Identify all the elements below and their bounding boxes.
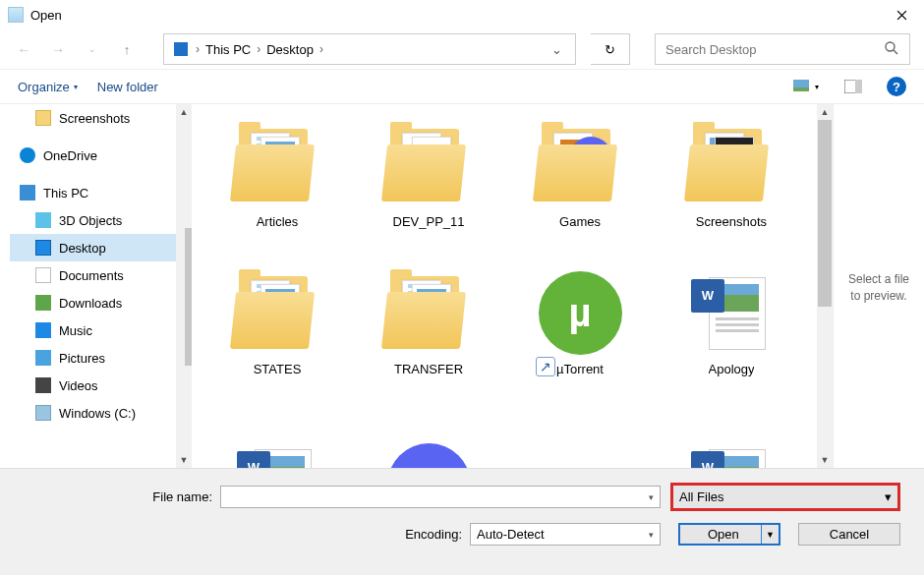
thumbnail-view-icon [793,80,813,93]
file-item[interactable]: Screenshots [658,119,805,266]
refresh-button[interactable]: ↻ [591,33,630,65]
tree-item-label: Videos [59,378,98,393]
file-label: Articles [257,214,299,229]
tree-item-windows-c-[interactable]: Windows (C:) [10,399,192,427]
file-thumbnail [534,119,627,212]
footer: File name: ▾ All Files ▾ Encoding: Auto-… [0,468,924,575]
music-icon [35,322,51,338]
svg-line-1 [894,50,897,54]
search-input[interactable]: Search Desktop [655,33,910,65]
up-arrow-icon: ↑ [124,42,131,57]
file-grid[interactable]: ArticlesDEV_PP_11GamesScreenshotsSTATEST… [192,104,817,468]
folder-icon [35,110,51,126]
recent-dropdown[interactable]: ⌄ [83,39,102,59]
forward-button[interactable]: → [48,39,68,59]
address-history-dropdown[interactable]: ⌄ [544,42,569,57]
file-label: Games [559,214,601,229]
file-scroll-thumb[interactable] [818,120,832,307]
app-icon [8,7,24,23]
close-button[interactable] [880,0,924,29]
shortcut-overlay-icon: ↗ [536,357,555,376]
tree-item-music[interactable]: Music [10,316,192,344]
tree-scroll-thumb[interactable] [185,228,192,366]
tree-scrollbar[interactable]: ▲ ▼ [176,104,192,468]
cancel-button[interactable]: Cancel [798,523,900,546]
help-button[interactable]: ? [887,77,906,96]
tree-item-documents[interactable]: Documents [10,261,192,289]
docs-icon [35,267,51,283]
organize-menu[interactable]: Organize ▾ [18,80,78,94]
preview-pane-button[interactable] [839,75,867,98]
address-bar[interactable]: › This PC › Desktop › ⌄ [163,33,576,65]
preview-pane: Select a file to preview. [833,104,924,468]
cancel-button-label: Cancel [830,527,869,542]
chevron-down-icon: ▾ [74,83,78,91]
file-item[interactable]: DEV_PP_11 [355,119,502,266]
refresh-icon: ↻ [605,42,615,57]
scroll-down-arrow[interactable]: ▼ [817,452,833,468]
file-thumbnail [231,119,324,212]
file-label: DEV_PP_11 [393,214,465,229]
tree-item-videos[interactable]: Videos [10,372,192,399]
tree-item-screenshots[interactable]: Screenshots [10,104,192,132]
file-item[interactable] [355,414,502,468]
window-title: Open [30,8,880,23]
svg-point-0 [886,42,895,51]
breadcrumb-this-pc[interactable]: This PC [203,40,253,59]
scroll-up-arrow[interactable]: ▲ [176,104,192,120]
file-item[interactable]: TRANSFER [355,266,502,414]
file-item[interactable]: STATES [203,266,351,414]
tree-item-downloads[interactable]: Downloads [10,289,192,316]
vid-icon [35,377,51,393]
file-item[interactable]: W [658,414,805,468]
scroll-down-arrow[interactable]: ▼ [176,452,192,468]
file-thumbnail: W [685,414,779,468]
file-item[interactable]: µ↗µTorrent [506,266,654,414]
encoding-value: Auto-Detect [477,527,649,542]
tree-item-3d-objects[interactable]: 3D Objects [10,206,192,234]
view-mode-button[interactable]: ▾ [792,75,820,98]
file-thumbnail [685,119,779,212]
file-area: ArticlesDEV_PP_11GamesScreenshotsSTATEST… [192,104,924,468]
filter-value: All Files [679,489,885,504]
onedrive-icon [20,147,35,163]
pc-icon [174,42,188,56]
tree-item-label: This PC [43,186,88,201]
file-item[interactable]: Articles [203,119,351,266]
dialog-body: ScreenshotsOneDriveThis PC3D ObjectsDesk… [0,104,924,468]
tree-item-label: Desktop [59,241,106,256]
chevron-down-icon: ▾ [649,492,654,502]
file-item[interactable]: W [203,414,351,468]
filetype-filter[interactable]: All Files ▾ [670,483,900,511]
svg-rect-3 [793,87,809,91]
chevron-down-icon: ▾ [815,83,819,91]
back-button[interactable]: ← [14,39,33,59]
file-item[interactable]: WApology [658,266,805,414]
scroll-up-arrow[interactable]: ▲ [817,104,833,120]
file-label: Apology [709,362,755,376]
file-scrollbar[interactable]: ▲ ▼ [817,104,833,468]
breadcrumb-desktop[interactable]: Desktop [264,40,316,59]
new-folder-button[interactable]: New folder [97,80,158,94]
organize-label: Organize [18,80,70,94]
tree-item-pictures[interactable]: Pictures [10,344,192,372]
open-button[interactable]: Open ▼ [678,523,780,546]
tree-item-desktop[interactable]: Desktop [10,234,192,261]
open-button-label: Open [708,527,739,542]
tree-item-label: Windows (C:) [59,406,136,421]
pc-icon [20,185,35,201]
encoding-select[interactable]: Auto-Detect ▾ [470,523,661,546]
filename-input[interactable]: ▾ [220,486,661,508]
file-item[interactable]: Games [506,119,654,266]
forward-arrow-icon: → [52,42,65,57]
up-button[interactable]: ↑ [117,39,137,59]
open-split-dropdown[interactable]: ▼ [761,525,779,544]
file-label: TRANSFER [394,362,463,376]
down-icon [35,295,51,311]
tree-items: ScreenshotsOneDriveThis PC3D ObjectsDesk… [0,104,192,427]
tree-item-onedrive[interactable]: OneDrive [10,142,192,169]
chevron-down-icon: ▾ [649,530,654,540]
encoding-label: Encoding: [405,527,470,542]
tree-item-this-pc[interactable]: This PC [10,179,192,206]
chevron-right-icon: › [192,42,203,56]
